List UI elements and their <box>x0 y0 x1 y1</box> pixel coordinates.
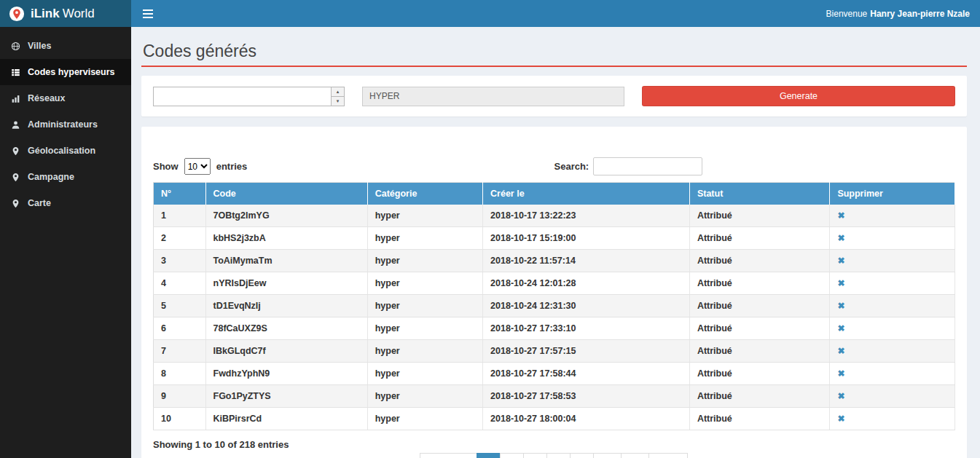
globe-icon <box>10 42 20 51</box>
code-cell: nYRIsDjEew <box>205 272 367 295</box>
table-row: 678fCaUXZ9Shyper2018-10-27 17:33:10Attri… <box>154 317 955 340</box>
pagination-next[interactable]: Next <box>648 453 687 458</box>
delete-cell: ✖ <box>830 250 955 272</box>
brand-name-bold: iLink <box>31 7 60 20</box>
status-cell: Attribué <box>689 295 830 317</box>
page-title: Codes générés <box>143 42 967 61</box>
page-size-select[interactable]: 10 <box>184 158 211 175</box>
user-icon <box>10 120 20 130</box>
status-cell: Attribué <box>689 205 830 227</box>
pagination-previous[interactable]: Previous <box>420 453 477 458</box>
delete-cell: ✖ <box>830 408 955 430</box>
user-name: Hanry Jean-pierre Nzale <box>870 9 970 19</box>
entries-label: entries <box>216 161 248 172</box>
delete-icon[interactable]: ✖ <box>837 233 844 243</box>
generate-button[interactable]: Generate <box>642 86 955 106</box>
code-cell: IBkGLqdC7f <box>205 340 367 363</box>
welcome-label: Bienvenue <box>826 9 868 19</box>
table-row: 5tD1EvqNzIjhyper2018-10-24 12:31:30Attri… <box>154 295 955 317</box>
sidebar-item-label: Administrateurs <box>28 119 98 130</box>
table-row: 10KiBPirsrCdhyper2018-10-27 18:00:04Attr… <box>154 408 955 430</box>
code-cell: ToAiMymaTm <box>205 250 367 272</box>
sidebar-toggle-icon[interactable] <box>131 0 165 27</box>
column-header[interactable]: Code <box>205 183 367 205</box>
delete-icon[interactable]: ✖ <box>837 346 844 356</box>
sidebar-item-villes[interactable]: Villes <box>0 33 131 59</box>
sidebar-item-label: Campagne <box>28 172 74 182</box>
status-cell: Attribué <box>689 363 830 385</box>
pagination-page-3[interactable]: 3 <box>523 453 547 458</box>
row-number-cell: 4 <box>154 272 206 295</box>
row-number-cell: 7 <box>154 340 206 363</box>
status-cell: Attribué <box>689 272 830 295</box>
delete-cell: ✖ <box>830 295 955 317</box>
codes-table: N°CodeCatégorieCréer leStatutSupprimer 1… <box>153 182 955 430</box>
status-cell: Attribué <box>689 250 830 272</box>
pagination-page-1[interactable]: 1 <box>477 453 501 458</box>
created-cell: 2018-10-24 12:01:28 <box>483 272 690 295</box>
sidebar-item-campagne[interactable]: Campagne <box>0 164 131 190</box>
pagination-page-4[interactable]: 4 <box>546 453 571 458</box>
delete-icon[interactable]: ✖ <box>837 368 844 379</box>
created-cell: 2018-10-27 17:33:10 <box>483 317 690 340</box>
column-header[interactable]: Créer le <box>483 183 690 205</box>
code-count-input[interactable] <box>154 87 331 106</box>
category-cell: hyper <box>367 385 482 408</box>
sidebar-item-codes-hyperviseurs[interactable]: Codes hyperviseurs <box>0 59 131 85</box>
row-number-cell: 1 <box>154 205 206 227</box>
created-cell: 2018-10-17 13:22:23 <box>483 205 690 227</box>
stepper-down-icon[interactable]: ▾ <box>332 97 344 106</box>
code-cell: FwdhzYphN9 <box>205 363 367 385</box>
delete-icon[interactable]: ✖ <box>837 391 844 401</box>
delete-icon[interactable]: ✖ <box>837 323 844 333</box>
column-header[interactable]: N° <box>154 183 206 205</box>
created-cell: 2018-10-22 11:57:14 <box>483 250 690 272</box>
sidebar-item-reseaux[interactable]: Réseaux <box>0 85 131 111</box>
code-cell: tD1EvqNzIj <box>205 295 367 317</box>
delete-cell: ✖ <box>830 363 955 385</box>
status-cell: Attribué <box>689 227 830 250</box>
category-cell: hyper <box>367 205 482 227</box>
main-content: Codes générés ▴ ▾ Generate Show <box>131 27 980 458</box>
map-marker-icon <box>10 146 20 156</box>
stepper-up-icon[interactable]: ▴ <box>332 87 344 97</box>
created-cell: 2018-10-24 12:31:30 <box>483 295 690 317</box>
category-cell: hyper <box>367 340 482 363</box>
pagination-page-5[interactable]: 5 <box>570 453 594 458</box>
created-cell: 2018-10-17 15:19:00 <box>483 227 690 250</box>
sidebar-item-geolocalisation[interactable]: Géolocalisation <box>0 138 131 164</box>
delete-icon[interactable]: ✖ <box>837 210 844 221</box>
status-cell: Attribué <box>689 408 830 430</box>
row-number-cell: 8 <box>154 363 206 385</box>
table-row: 4nYRIsDjEewhyper2018-10-24 12:01:28Attri… <box>154 272 955 295</box>
navbar: BienvenueHanry Jean-pierre Nzale <box>131 0 980 27</box>
table-row: 17OBtg2lmYGhyper2018-10-17 13:22:23Attri… <box>154 205 955 227</box>
user-menu[interactable]: BienvenueHanry Jean-pierre Nzale <box>826 9 980 19</box>
row-number-cell: 6 <box>154 317 206 340</box>
column-header[interactable]: Supprimer <box>830 183 955 205</box>
created-cell: 2018-10-27 17:58:44 <box>483 363 690 385</box>
category-field[interactable] <box>362 87 624 106</box>
bar-chart-icon <box>10 94 20 103</box>
row-number-cell: 10 <box>154 408 206 430</box>
sidebar-item-label: Villes <box>28 41 51 51</box>
row-number-cell: 2 <box>154 227 206 250</box>
delete-cell: ✖ <box>830 205 955 227</box>
delete-icon[interactable]: ✖ <box>837 301 844 311</box>
pagination-page-22[interactable]: 22 <box>621 453 650 458</box>
pagination-ellipsis[interactable]: … <box>593 453 622 458</box>
column-header[interactable]: Catégorie <box>367 183 482 205</box>
search-input[interactable] <box>593 157 702 175</box>
delete-icon[interactable]: ✖ <box>837 278 844 288</box>
sidebar-item-administrateurs[interactable]: Administrateurs <box>0 111 131 138</box>
delete-icon[interactable]: ✖ <box>837 256 844 266</box>
sidebar-menu: VillesCodes hyperviseursRéseauxAdministr… <box>0 27 131 458</box>
pagination-page-2[interactable]: 2 <box>500 453 524 458</box>
brand-name-light: World <box>63 7 95 20</box>
code-cell: KiBPirsrCd <box>205 408 367 430</box>
column-header[interactable]: Statut <box>689 183 830 205</box>
sidebar-item-carte[interactable]: Carte <box>0 190 131 216</box>
delete-icon[interactable]: ✖ <box>837 414 844 424</box>
app-logo-icon <box>9 6 25 22</box>
app-logo[interactable]: iLinkWorld <box>0 0 131 27</box>
